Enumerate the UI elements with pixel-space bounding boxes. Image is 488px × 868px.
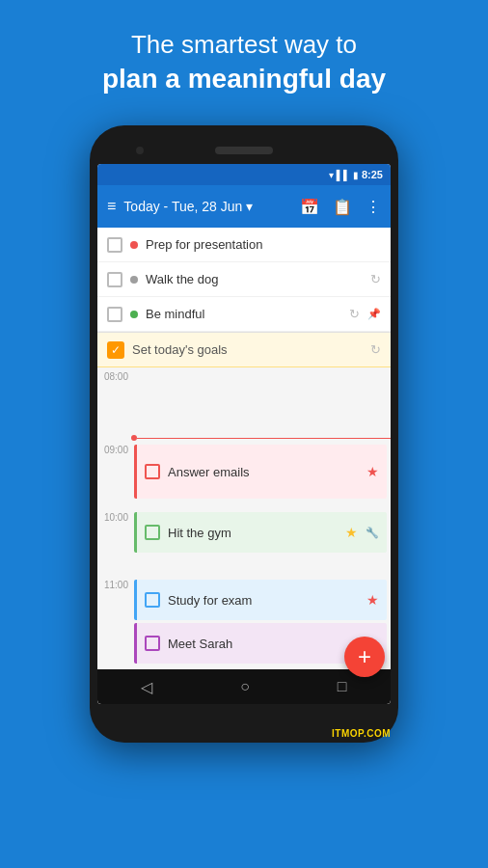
goals-text: Set today's goals [132, 342, 363, 357]
phone-nav: ◁ ○ □ [97, 669, 391, 704]
current-time-line [137, 438, 391, 439]
task-text-exam: Study for exam [168, 593, 359, 608]
task-checkbox-gym[interactable] [145, 525, 160, 540]
task-checkbox-sarah[interactable] [145, 636, 160, 651]
phone-mockup: ▾ ▌▌ ▮ 8:25 ≡ Today - Tue, 28 Jun ▾ 📅 📋 … [0, 125, 488, 743]
task-card-exam[interactable]: Study for exam ★ [134, 580, 387, 620]
time-section-9: 09:00 Answer emails ★ [97, 441, 391, 508]
star-icon-exam: ★ [366, 592, 379, 608]
task-checkbox-3[interactable] [107, 307, 122, 322]
checkmark-icon: ✓ [111, 343, 121, 357]
task-text-2: Walk the dog [146, 272, 363, 286]
time-label-10: 10:00 [97, 508, 134, 576]
dropdown-icon: ▾ [246, 199, 253, 214]
goals-repeat-icon: ↻ [370, 342, 381, 357]
phone-body: ▾ ▌▌ ▮ 8:25 ≡ Today - Tue, 28 Jun ▾ 📅 📋 … [90, 125, 398, 743]
speaker [215, 147, 273, 154]
fab-button[interactable]: + [344, 637, 385, 677]
recent-button[interactable]: □ [338, 678, 347, 695]
toolbar-title-text: Today - Tue, 28 Jun [123, 199, 242, 214]
camera [136, 147, 144, 154]
calendar-icon[interactable]: 📅 [300, 198, 319, 216]
time-row-8: 08:00 [97, 367, 391, 435]
time-label-9: 09:00 [97, 441, 134, 508]
task-item[interactable]: Prep for presentation [97, 228, 391, 262]
home-button[interactable]: ○ [240, 678, 250, 695]
time-content-8 [134, 367, 391, 435]
star-icon-gym: ★ [345, 525, 358, 540]
repeat-icon-3: ↻ [349, 307, 360, 321]
task-card-gym[interactable]: Hit the gym ★ 🔧 [134, 512, 387, 553]
header-section: The smartest way to plan a meaningful da… [0, 0, 488, 116]
task-text-1: Prep for presentation [146, 237, 381, 252]
goals-item[interactable]: ✓ Set today's goals ↻ [97, 333, 391, 367]
task-dot-red [130, 241, 138, 249]
repeat-icon-2: ↻ [370, 272, 381, 286]
status-bar: ▾ ▌▌ ▮ 8:25 [97, 164, 391, 185]
time-section-10: 10:00 Hit the gym ★ 🔧 [97, 508, 391, 576]
status-icons: ▾ ▌▌ ▮ 8:25 [329, 169, 383, 180]
phone-screen: ▾ ▌▌ ▮ 8:25 ≡ Today - Tue, 28 Jun ▾ 📅 📋 … [97, 164, 391, 704]
time-label-11: 11:00 [97, 576, 134, 667]
task-list: Prep for presentation Walk the dog ↻ Be … [97, 228, 391, 669]
app-toolbar: ≡ Today - Tue, 28 Jun ▾ 📅 📋 ⋮ [97, 185, 391, 228]
pin-icon-gym: 🔧 [366, 527, 379, 539]
goals-checkbox[interactable]: ✓ [107, 341, 124, 359]
time-row-10: 10:00 Hit the gym ★ 🔧 [97, 508, 391, 576]
time-content-10: Hit the gym ★ 🔧 [134, 508, 391, 576]
task-card-emails[interactable]: Answer emails ★ [134, 445, 387, 499]
time-row-9: 09:00 Answer emails ★ [97, 441, 391, 508]
task-checkbox-exam[interactable] [145, 592, 160, 608]
time-label-8: 08:00 [97, 367, 134, 435]
task-checkbox-emails[interactable] [145, 464, 160, 479]
back-button[interactable]: ◁ [141, 678, 152, 696]
more-icon[interactable]: ⋮ [366, 198, 381, 216]
task-item[interactable]: Walk the dog ↻ [97, 262, 391, 297]
task-checkbox-2[interactable] [107, 272, 122, 287]
task-text-3: Be mindful [146, 307, 341, 321]
task-text-gym: Hit the gym [168, 526, 338, 540]
task-dot-grey [130, 276, 138, 284]
time-content-9: Answer emails ★ [134, 441, 391, 508]
clipboard-icon[interactable]: 📋 [333, 198, 352, 216]
signal-icon: ▌▌ [337, 170, 350, 180]
menu-icon[interactable]: ≡ [107, 198, 116, 215]
battery-icon: ▮ [353, 170, 359, 180]
tagline-normal: The smartest way to [39, 29, 449, 62]
status-time: 8:25 [362, 169, 383, 180]
phone-top [97, 137, 391, 164]
watermark: ITMOP.COM [332, 728, 391, 739]
pin-icon-3: 📌 [367, 308, 381, 320]
task-checkbox-1[interactable] [107, 237, 122, 253]
tagline-bold: plan a meaningful day [39, 62, 449, 96]
toolbar-actions: 📅 📋 ⋮ [300, 198, 381, 216]
wifi-icon: ▾ [329, 170, 334, 180]
task-text-emails: Answer emails [168, 465, 359, 479]
task-item[interactable]: Be mindful ↻ 📌 [97, 297, 391, 332]
time-section-8: 08:00 [97, 367, 391, 435]
task-dot-green [130, 311, 138, 318]
star-icon-emails: ★ [366, 464, 379, 479]
toolbar-title[interactable]: Today - Tue, 28 Jun ▾ [123, 199, 292, 214]
unscheduled-section: Prep for presentation Walk the dog ↻ Be … [97, 228, 391, 333]
